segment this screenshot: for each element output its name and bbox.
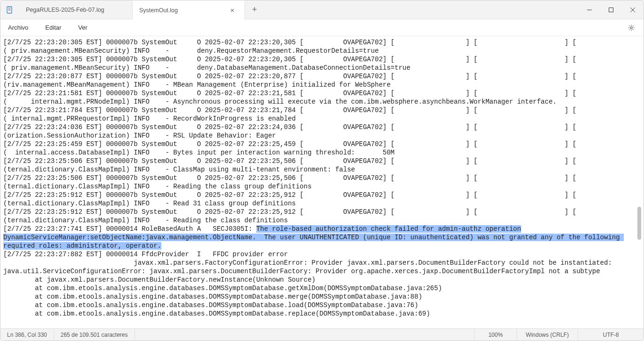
log-line: [2/7/25 22:23:27:882 EST] 00000014 FfdcP… [3,250,640,259]
log-line: [2/7/25 22:23:27:741 EST] 00000014 RoleB… [3,225,640,233]
tab-label: PegaRULES-2025-Feb-07.log [26,7,104,13]
menu-edit[interactable]: Editar [43,22,63,33]
status-eol[interactable]: Windows (CRLF) [517,329,578,341]
log-line: DynamicServiceManager:setObjectName:java… [3,233,640,242]
log-line: (ternal.dictionary.ClassMapImpl) INFO - … [3,216,640,225]
log-line: [2/7/25 22:23:21:581 EST] 0000007b Syste… [3,89,640,97]
log-line: [2/7/25 22:23:21:784 EST] 0000007b Syste… [3,106,640,114]
log-line: [2/7/25 22:23:25:506 EST] 0000007b Syste… [3,174,640,182]
close-icon[interactable]: × [227,7,238,14]
tab-strip: PegaRULES-2025-Feb-07.log SystemOut.log … [19,0,579,19]
selected-text: The role-based authorization check faile… [256,225,521,233]
log-line: (ternal.dictionary.ClassMapImpl) INFO - … [3,182,640,191]
text-content[interactable]: [2/7/25 22:23:20:305 EST] 0000007b Syste… [0,36,644,328]
log-line: (ternal.dictionary.ClassMapImpl) INFO - … [3,199,640,208]
gear-icon[interactable] [625,21,638,34]
titlebar: PegaRULES-2025-Feb-07.log SystemOut.log … [0,0,644,19]
log-line: ( priv.management.MBeanSecurity) INFO - … [3,64,640,72]
tab-label: SystemOut.log [139,7,178,14]
log-line: javax.xml.parsers.FactoryConfigurationEr… [3,259,640,267]
log-line: [2/7/25 22:23:20:305 EST] 0000007b Syste… [3,55,640,64]
log-line: required roles: administrator, operator. [3,242,640,250]
log-line: [2/7/25 22:23:25:912 EST] 0000007b Syste… [3,208,640,216]
editor-area: [2/7/25 22:23:20:305 EST] 0000007b Syste… [0,36,644,328]
selected-text: required roles: administrator, operator. [3,242,161,250]
status-selection[interactable]: 265 de 109.501 caracteres [54,329,135,341]
log-line: ( internal.mgmt.PRRequestorImpl) INFO - … [3,114,640,123]
status-encoding[interactable]: UTF-8 [578,329,644,341]
log-line: [2/7/25 22:23:20:877 EST] 0000007b Syste… [3,72,640,81]
log-line: (ternal.dictionary.ClassMapImpl) INFO - … [3,165,640,174]
editor-window: PegaRULES-2025-Feb-07.log SystemOut.log … [0,0,644,341]
new-tab-button[interactable]: + [245,0,264,19]
maximize-button[interactable] [600,0,622,19]
statusbar: Ln 386, Col 330 265 de 109.501 caractere… [0,328,644,341]
log-line: ( internal.access.DatabaseImpl) INFO - B… [3,148,640,157]
menu-view[interactable]: Ver [76,22,89,33]
log-line: ( priv.management.MBeanSecurity) INFO - … [3,47,640,55]
log-line: [2/7/25 22:23:20:305 EST] 0000007b Syste… [3,38,640,47]
log-line: java.util.ServiceConfigurationError: jav… [3,267,640,276]
log-line: at com.ibm.etools.analysis.engine.databa… [3,284,640,292]
status-zoom[interactable]: 100% [474,329,517,341]
menu-file[interactable]: Archivo [6,22,30,33]
svg-rect-5 [609,8,613,12]
log-line: [2/7/25 22:23:25:912 EST] 0000007b Syste… [3,191,640,199]
scrollbar-thumb[interactable] [637,207,641,240]
log-line: ( internal.mgmt.PRNodeImpl) INFO - Async… [3,97,640,106]
app-icon [0,0,19,19]
log-line: at com.ibm.etools.analysis.engine.databa… [3,309,640,318]
log-line: at javax.xml.parsers.DocumentBuilderFact… [3,276,640,284]
log-line: [2/7/25 22:23:24:036 EST] 0000007b Syste… [3,123,640,131]
log-line: at com.ibm.etools.analysis.engine.databa… [3,301,640,309]
log-line: at com.ibm.etools.analysis.engine.databa… [3,292,640,301]
status-position[interactable]: Ln 386, Col 330 [0,329,54,341]
log-line: (orization.SessionAuthorization) INFO - … [3,131,640,140]
minimize-button[interactable] [579,0,600,19]
tab-pegarules-log[interactable]: PegaRULES-2025-Feb-07.log [19,0,132,19]
vertical-scrollbar[interactable] [636,37,643,327]
tab-systemout-log[interactable]: SystemOut.log × [132,0,245,19]
log-line: [2/7/25 22:23:25:506 EST] 0000007b Syste… [3,157,640,165]
window-controls [579,0,644,19]
svg-point-8 [630,26,632,28]
svg-rect-0 [7,7,12,13]
log-line: (riv.management.MBeanManagement) INFO - … [3,81,640,89]
log-line: [2/7/25 22:23:25:459 EST] 0000007b Syste… [3,140,640,148]
menubar: Archivo Editar Ver [0,19,644,36]
close-button[interactable] [622,0,644,19]
selected-text: DynamicServiceManager:setObjectName:java… [3,234,624,241]
